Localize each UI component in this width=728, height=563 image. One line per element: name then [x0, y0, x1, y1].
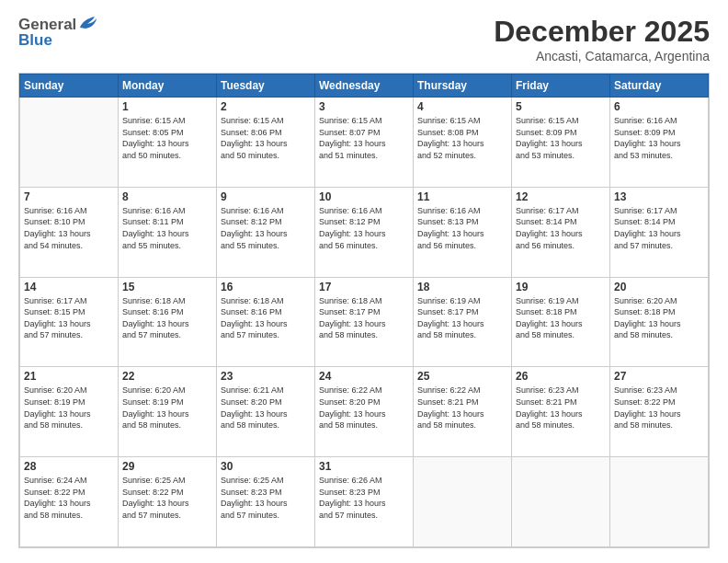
header-sunday: Sunday	[20, 75, 119, 98]
table-row: 31Sunrise: 6:26 AMSunset: 8:23 PMDayligh…	[315, 457, 414, 547]
day-number: 2	[221, 100, 311, 113]
day-number: 29	[122, 460, 212, 473]
day-info: Sunrise: 6:18 AMSunset: 8:16 PMDaylight:…	[122, 295, 212, 341]
table-row: 9Sunrise: 6:16 AMSunset: 8:12 PMDaylight…	[217, 187, 315, 277]
day-info: Sunrise: 6:18 AMSunset: 8:16 PMDaylight:…	[221, 295, 311, 341]
day-info: Sunrise: 6:19 AMSunset: 8:18 PMDaylight:…	[516, 295, 606, 341]
table-row: 13Sunrise: 6:17 AMSunset: 8:14 PMDayligh…	[610, 187, 709, 277]
page: General Blue December 2025 Ancasti, Cata…	[0, 0, 728, 563]
calendar-week-row: 28Sunrise: 6:24 AMSunset: 8:22 PMDayligh…	[20, 457, 709, 547]
day-info: Sunrise: 6:23 AMSunset: 8:22 PMDaylight:…	[614, 385, 704, 431]
header-tuesday: Tuesday	[217, 75, 315, 98]
calendar-week-row: 21Sunrise: 6:20 AMSunset: 8:19 PMDayligh…	[20, 367, 709, 457]
header-friday: Friday	[512, 75, 610, 98]
day-number: 25	[417, 370, 507, 383]
table-row: 21Sunrise: 6:20 AMSunset: 8:19 PMDayligh…	[20, 367, 119, 457]
day-info: Sunrise: 6:21 AMSunset: 8:20 PMDaylight:…	[221, 385, 311, 431]
table-row: 17Sunrise: 6:18 AMSunset: 8:17 PMDayligh…	[315, 277, 414, 367]
day-info: Sunrise: 6:25 AMSunset: 8:22 PMDaylight:…	[122, 475, 212, 521]
subtitle: Ancasti, Catamarca, Argentina	[494, 49, 710, 63]
day-info: Sunrise: 6:16 AMSunset: 8:09 PMDaylight:…	[614, 115, 704, 161]
day-number: 12	[516, 190, 606, 203]
day-info: Sunrise: 6:15 AMSunset: 8:08 PMDaylight:…	[417, 115, 507, 161]
day-info: Sunrise: 6:15 AMSunset: 8:09 PMDaylight:…	[516, 115, 606, 161]
day-info: Sunrise: 6:15 AMSunset: 8:07 PMDaylight:…	[319, 115, 409, 161]
table-row: 16Sunrise: 6:18 AMSunset: 8:16 PMDayligh…	[217, 277, 315, 367]
day-number: 20	[614, 281, 704, 293]
day-info: Sunrise: 6:16 AMSunset: 8:12 PMDaylight:…	[221, 205, 311, 251]
day-number: 30	[221, 460, 311, 473]
table-row: 7Sunrise: 6:16 AMSunset: 8:10 PMDaylight…	[20, 187, 119, 277]
day-number: 19	[516, 281, 606, 293]
day-number: 28	[24, 460, 114, 473]
table-row: 26Sunrise: 6:23 AMSunset: 8:21 PMDayligh…	[512, 367, 610, 457]
day-info: Sunrise: 6:24 AMSunset: 8:22 PMDaylight:…	[24, 475, 114, 521]
day-number: 18	[417, 281, 507, 293]
header-wednesday: Wednesday	[315, 75, 414, 98]
day-number: 4	[417, 100, 507, 113]
day-info: Sunrise: 6:16 AMSunset: 8:10 PMDaylight:…	[24, 205, 114, 251]
day-info: Sunrise: 6:23 AMSunset: 8:21 PMDaylight:…	[516, 385, 606, 431]
day-number: 1	[122, 100, 212, 113]
day-info: Sunrise: 6:20 AMSunset: 8:19 PMDaylight:…	[24, 385, 114, 431]
day-info: Sunrise: 6:22 AMSunset: 8:21 PMDaylight:…	[417, 385, 507, 431]
day-info: Sunrise: 6:16 AMSunset: 8:12 PMDaylight:…	[319, 205, 409, 251]
day-info: Sunrise: 6:20 AMSunset: 8:19 PMDaylight:…	[122, 385, 212, 431]
day-info: Sunrise: 6:25 AMSunset: 8:23 PMDaylight:…	[221, 475, 311, 521]
day-number: 23	[221, 370, 311, 383]
day-info: Sunrise: 6:20 AMSunset: 8:18 PMDaylight:…	[614, 295, 704, 341]
day-number: 6	[614, 100, 704, 113]
logo: General Blue	[18, 15, 98, 50]
day-number: 21	[24, 370, 114, 383]
table-row	[610, 457, 709, 547]
header-monday: Monday	[119, 75, 217, 98]
calendar-week-row: 7Sunrise: 6:16 AMSunset: 8:10 PMDaylight…	[20, 187, 709, 277]
day-info: Sunrise: 6:15 AMSunset: 8:05 PMDaylight:…	[122, 115, 212, 161]
table-row: 15Sunrise: 6:18 AMSunset: 8:16 PMDayligh…	[119, 277, 217, 367]
day-number: 13	[614, 190, 704, 203]
table-row: 14Sunrise: 6:17 AMSunset: 8:15 PMDayligh…	[20, 277, 119, 367]
table-row: 4Sunrise: 6:15 AMSunset: 8:08 PMDaylight…	[414, 98, 512, 188]
table-row: 10Sunrise: 6:16 AMSunset: 8:12 PMDayligh…	[315, 187, 414, 277]
day-info: Sunrise: 6:26 AMSunset: 8:23 PMDaylight:…	[319, 475, 409, 521]
table-row: 27Sunrise: 6:23 AMSunset: 8:22 PMDayligh…	[610, 367, 709, 457]
table-row: 19Sunrise: 6:19 AMSunset: 8:18 PMDayligh…	[512, 277, 610, 367]
table-row: 2Sunrise: 6:15 AMSunset: 8:06 PMDaylight…	[217, 98, 315, 188]
table-row: 1Sunrise: 6:15 AMSunset: 8:05 PMDaylight…	[119, 98, 217, 188]
table-row: 20Sunrise: 6:20 AMSunset: 8:18 PMDayligh…	[610, 277, 709, 367]
day-number: 22	[122, 370, 212, 383]
table-row: 29Sunrise: 6:25 AMSunset: 8:22 PMDayligh…	[119, 457, 217, 547]
day-number: 15	[122, 281, 212, 293]
table-row: 5Sunrise: 6:15 AMSunset: 8:09 PMDaylight…	[512, 98, 610, 188]
table-row: 6Sunrise: 6:16 AMSunset: 8:09 PMDaylight…	[610, 98, 709, 188]
table-row: 12Sunrise: 6:17 AMSunset: 8:14 PMDayligh…	[512, 187, 610, 277]
day-number: 5	[516, 100, 606, 113]
day-info: Sunrise: 6:22 AMSunset: 8:20 PMDaylight:…	[319, 385, 409, 431]
logo-bird-icon	[78, 15, 98, 35]
month-title: December 2025	[494, 15, 710, 49]
table-row: 24Sunrise: 6:22 AMSunset: 8:20 PMDayligh…	[315, 367, 414, 457]
table-row: 28Sunrise: 6:24 AMSunset: 8:22 PMDayligh…	[20, 457, 119, 547]
header-thursday: Thursday	[414, 75, 512, 98]
day-info: Sunrise: 6:19 AMSunset: 8:17 PMDaylight:…	[417, 295, 507, 341]
calendar-week-row: 14Sunrise: 6:17 AMSunset: 8:15 PMDayligh…	[20, 277, 709, 367]
day-info: Sunrise: 6:17 AMSunset: 8:14 PMDaylight:…	[614, 205, 704, 251]
logo-blue-text: Blue	[18, 31, 52, 50]
day-number: 24	[319, 370, 409, 383]
header-saturday: Saturday	[610, 75, 709, 98]
day-number: 10	[319, 190, 409, 203]
day-number: 16	[221, 281, 311, 293]
table-row	[512, 457, 610, 547]
calendar-week-row: 1Sunrise: 6:15 AMSunset: 8:05 PMDaylight…	[20, 98, 709, 188]
day-number: 8	[122, 190, 212, 203]
day-info: Sunrise: 6:15 AMSunset: 8:06 PMDaylight:…	[221, 115, 311, 161]
day-info: Sunrise: 6:16 AMSunset: 8:11 PMDaylight:…	[122, 205, 212, 251]
day-number: 9	[221, 190, 311, 203]
table-row: 18Sunrise: 6:19 AMSunset: 8:17 PMDayligh…	[414, 277, 512, 367]
day-info: Sunrise: 6:16 AMSunset: 8:13 PMDaylight:…	[417, 205, 507, 251]
calendar-header-row: Sunday Monday Tuesday Wednesday Thursday…	[20, 75, 709, 98]
day-number: 26	[516, 370, 606, 383]
day-info: Sunrise: 6:18 AMSunset: 8:17 PMDaylight:…	[319, 295, 409, 341]
table-row: 8Sunrise: 6:16 AMSunset: 8:11 PMDaylight…	[119, 187, 217, 277]
table-row	[20, 98, 119, 188]
